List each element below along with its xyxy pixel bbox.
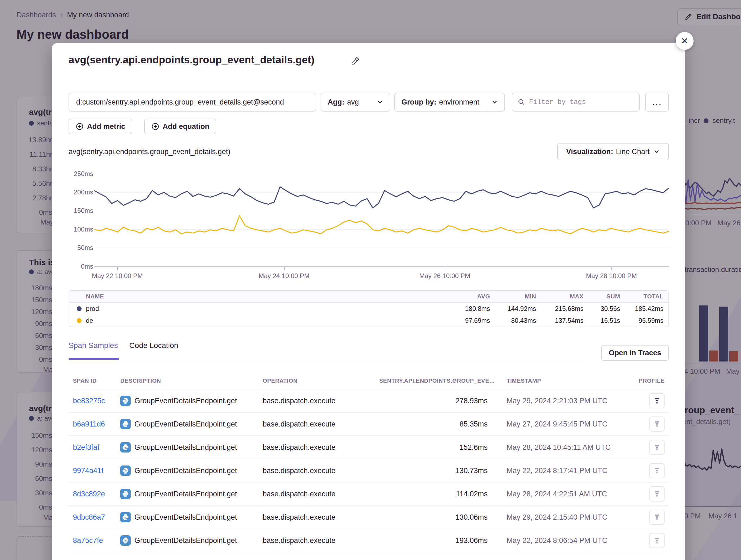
profile-icon <box>654 514 661 521</box>
active-tab-indicator <box>69 358 119 360</box>
metric-line-chart[interactable] <box>94 174 669 266</box>
summary-col-avg: AVG <box>447 293 490 300</box>
span-id-link[interactable]: b2ef3faf <box>73 443 120 452</box>
screen: Dashboards › My new dashboard My new das… <box>0 0 741 560</box>
span-id-link[interactable]: 9dbc86a7 <box>73 513 120 522</box>
aggregate-label: Agg: <box>328 98 344 106</box>
visualization-select[interactable]: Visualization: Line Chart <box>557 143 669 160</box>
view-profile-button[interactable] <box>650 416 665 432</box>
filter-by-tags-input[interactable]: Filter by tags <box>512 93 639 111</box>
span-timestamp: May 28, 2024 4:22:51 AM UTC <box>488 490 632 498</box>
tab-span-samples[interactable]: Span Samples <box>69 341 118 356</box>
view-profile-button[interactable] <box>650 463 665 478</box>
span-metric-value: 85.35ms <box>379 420 488 428</box>
summary-col-sum: SUM <box>584 293 620 300</box>
summary-row[interactable]: de97.69ms80.43ms137.54ms16.51s95.59ms <box>69 315 668 327</box>
python-icon <box>120 396 131 406</box>
span-sample-row: be83275cGroupEventDetailsEndpoint.getbas… <box>69 389 669 413</box>
span-sample-row: 8a75c7feGroupEventDetailsEndpoint.getbas… <box>69 529 669 552</box>
series-total: 95.59ms <box>620 317 664 324</box>
series-avg: 180.8ms <box>447 305 490 313</box>
summary-col-min: MIN <box>490 293 536 300</box>
plus-circle-icon <box>76 123 84 131</box>
view-profile-button[interactable] <box>650 533 665 548</box>
samples-header-row: SPAN ID DESCRIPTION OPERATION SENTRY.API… <box>69 373 669 389</box>
span-description: GroupEventDetailsEndpoint.get <box>120 442 263 453</box>
span-timestamp: May 29, 2024 2:15:40 PM UTC <box>488 513 632 522</box>
span-sample-row: 8d3c892eGroupEventDetailsEndpoint.getbas… <box>69 483 669 506</box>
col-timestamp: TIMESTAMP <box>488 378 632 384</box>
x-axis-tick <box>445 266 445 270</box>
groupby-label: Group by: <box>401 98 436 106</box>
edit-title-icon[interactable] <box>350 57 359 66</box>
view-profile-button[interactable] <box>650 440 665 455</box>
view-profile-button[interactable] <box>650 486 665 501</box>
profile-icon <box>654 490 661 497</box>
aggregate-select[interactable]: Agg: avg <box>321 93 390 111</box>
col-profile: PROFILE <box>632 378 665 384</box>
x-axis-label: May 28 10:00 PM <box>586 272 637 280</box>
span-description: GroupEventDetailsEndpoint.get <box>120 466 263 476</box>
span-metric-value: 130.73ms <box>379 467 488 475</box>
add-metric-label: Add metric <box>87 123 125 131</box>
visualization-value: Line Chart <box>616 148 650 156</box>
span-operation: base.dispatch.execute <box>263 443 379 452</box>
x-axis-tick <box>117 266 118 270</box>
open-in-traces-button[interactable]: Open in Traces <box>601 345 669 361</box>
summary-table-body: prod180.8ms144.92ms215.68ms30.56s185.42m… <box>69 303 668 327</box>
y-axis-label: 250ms <box>63 170 93 178</box>
metric-query-input[interactable]: d:custom/sentry.api.endpoints.group_even… <box>69 93 316 111</box>
span-operation: base.dispatch.execute <box>263 537 379 545</box>
x-axis-label: May 26 10:00 PM <box>419 272 470 280</box>
add-equation-button[interactable]: Add equation <box>144 118 216 134</box>
x-axis-tick <box>611 266 612 270</box>
python-icon <box>120 466 131 476</box>
summary-header-row: NAME AVG MIN MAX SUM TOTAL <box>69 291 668 303</box>
span-samples-table: SPAN ID DESCRIPTION OPERATION SENTRY.API… <box>69 373 669 552</box>
groupby-select[interactable]: Group by: environment <box>394 93 505 111</box>
span-sample-row: 9974a41fGroupEventDetailsEndpoint.getbas… <box>69 459 669 483</box>
series-avg: 97.69ms <box>447 317 490 324</box>
aggregate-value: avg <box>347 98 359 106</box>
ellipsis-icon: ... <box>652 96 662 108</box>
close-modal-button[interactable]: ✕ <box>676 32 693 50</box>
span-id-link[interactable]: 8a75c7fe <box>73 537 120 545</box>
series-total: 185.42ms <box>620 305 664 313</box>
add-equation-label: Add equation <box>162 123 209 131</box>
chevron-down-icon <box>491 99 498 105</box>
col-span-id: SPAN ID <box>73 378 120 384</box>
metric-query-value: d:custom/sentry.api.endpoints.group_even… <box>76 98 284 106</box>
tab-code-location[interactable]: Code Location <box>129 341 178 356</box>
span-description: GroupEventDetailsEndpoint.get <box>120 419 263 429</box>
chevron-down-icon <box>377 99 383 105</box>
view-profile-button[interactable] <box>650 510 665 525</box>
span-id-link[interactable]: b6a911d6 <box>73 420 120 428</box>
plus-circle-icon <box>151 123 159 131</box>
span-timestamp: May 28, 2024 10:45:11 AM UTC <box>488 443 632 452</box>
profile-icon <box>654 397 661 404</box>
chart-title: avg(sentry.api.endpoints.group_event_det… <box>69 148 230 156</box>
span-id-link[interactable]: 9974a41f <box>73 467 120 475</box>
summary-row[interactable]: prod180.8ms144.92ms215.68ms30.56s185.42m… <box>69 303 668 315</box>
span-id-link[interactable]: 8d3c892e <box>73 490 120 498</box>
chevron-down-icon <box>654 148 660 155</box>
span-metric-value: 130.06ms <box>379 513 488 522</box>
profile-icon <box>654 420 661 427</box>
span-timestamp: May 22, 2024 8:06:54 PM UTC <box>488 537 632 545</box>
python-icon <box>120 535 131 546</box>
x-axis <box>94 266 669 267</box>
series-min: 144.92ms <box>490 305 536 313</box>
search-icon <box>518 98 525 106</box>
series-sum: 30.56s <box>584 305 620 313</box>
profile-icon <box>654 444 661 451</box>
close-icon: ✕ <box>681 35 689 46</box>
series-summary-table: NAME AVG MIN MAX SUM TOTAL prod180.8ms14… <box>69 290 669 327</box>
view-profile-button[interactable] <box>650 393 665 408</box>
y-axis-label: 100ms <box>63 226 93 233</box>
visualization-label: Visualization: <box>566 148 613 156</box>
filter-placeholder: Filter by tags <box>529 98 586 106</box>
span-id-link[interactable]: be83275c <box>73 397 120 405</box>
add-metric-button[interactable]: Add metric <box>69 118 132 134</box>
modal-title: avg(sentry.api.endpoints.group_event_det… <box>69 54 315 66</box>
more-options-button[interactable]: ... <box>645 93 669 111</box>
